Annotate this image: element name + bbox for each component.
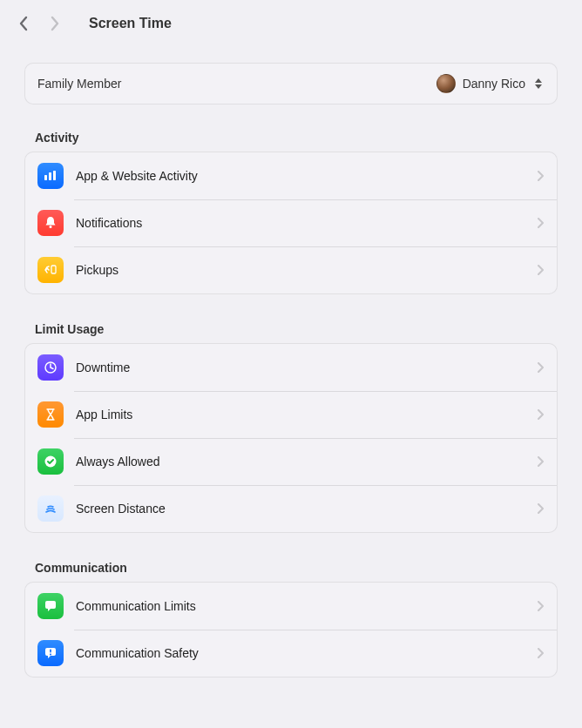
row-label: Screen Distance xyxy=(76,502,524,516)
chevron-right-icon xyxy=(537,455,545,468)
chevron-right-icon xyxy=(50,16,60,31)
row-label: App Limits xyxy=(76,408,524,421)
hourglass-icon xyxy=(37,401,64,428)
svg-rect-7 xyxy=(50,650,51,653)
section-list-limit-usage: Downtime App Limits Always Allowed xyxy=(24,343,558,533)
chevron-right-icon xyxy=(537,217,545,229)
row-label: App & Website Activity xyxy=(76,169,524,183)
page-title: Screen Time xyxy=(89,16,172,31)
row-app-limits[interactable]: App Limits xyxy=(25,391,557,438)
section-header-activity: Activity xyxy=(24,131,558,152)
chevron-right-icon xyxy=(537,361,545,374)
svg-point-8 xyxy=(50,654,51,656)
row-label: Downtime xyxy=(76,361,524,374)
bell-icon xyxy=(37,210,64,236)
row-app-website-activity[interactable]: App & Website Activity xyxy=(25,152,557,199)
avatar xyxy=(436,74,456,93)
chevron-right-icon xyxy=(537,408,545,421)
svg-rect-4 xyxy=(51,266,56,273)
section-list-communication: Communication Limits Communication Safet… xyxy=(24,582,558,677)
family-member-card: Family Member Danny Rico xyxy=(24,63,558,104)
content-area: Family Member Danny Rico Activity App & … xyxy=(0,63,582,677)
chevron-right-icon xyxy=(537,170,545,182)
row-label: Pickups xyxy=(76,263,524,277)
row-communication-limits[interactable]: Communication Limits xyxy=(25,583,557,630)
chevron-right-icon xyxy=(537,647,545,659)
chevron-right-icon xyxy=(537,502,545,515)
section-header-communication: Communication xyxy=(24,561,558,582)
clock-icon xyxy=(37,354,64,381)
titlebar: Screen Time xyxy=(0,0,582,47)
svg-rect-0 xyxy=(44,175,47,180)
family-member-label: Family Member xyxy=(37,77,121,91)
section-header-limit-usage: Limit Usage xyxy=(24,322,558,343)
row-screen-distance[interactable]: Screen Distance xyxy=(25,485,557,532)
chevron-right-icon xyxy=(537,264,545,276)
section-list-activity: App & Website Activity Notifications Pic… xyxy=(24,152,558,294)
row-label: Communication Safety xyxy=(76,646,524,660)
row-downtime[interactable]: Downtime xyxy=(25,344,557,391)
speech-bubble-icon xyxy=(37,593,64,619)
row-notifications[interactable]: Notifications xyxy=(25,199,557,246)
popup-stepper-icon xyxy=(532,75,545,92)
svg-rect-1 xyxy=(49,172,51,180)
family-member-name: Danny Rico xyxy=(463,77,525,91)
chevron-left-icon xyxy=(18,16,29,31)
pickup-icon xyxy=(37,257,64,283)
screen-time-window: Screen Time Family Member Danny Rico Act… xyxy=(0,0,582,728)
chevron-right-icon xyxy=(537,600,545,612)
family-member-selector[interactable]: Danny Rico xyxy=(436,74,545,93)
svg-point-3 xyxy=(50,226,52,228)
svg-rect-2 xyxy=(53,171,56,180)
bubble-warning-icon xyxy=(37,640,64,666)
distance-icon xyxy=(37,495,64,522)
back-button[interactable] xyxy=(12,12,35,35)
checkmark-shield-icon xyxy=(37,448,64,475)
row-label: Always Allowed xyxy=(76,455,524,468)
forward-button[interactable] xyxy=(44,12,66,35)
row-label: Communication Limits xyxy=(76,599,524,613)
bar-chart-icon xyxy=(37,163,64,189)
row-communication-safety[interactable]: Communication Safety xyxy=(25,630,557,677)
row-always-allowed[interactable]: Always Allowed xyxy=(25,438,557,485)
row-label: Notifications xyxy=(76,216,524,230)
row-pickups[interactable]: Pickups xyxy=(25,246,557,293)
